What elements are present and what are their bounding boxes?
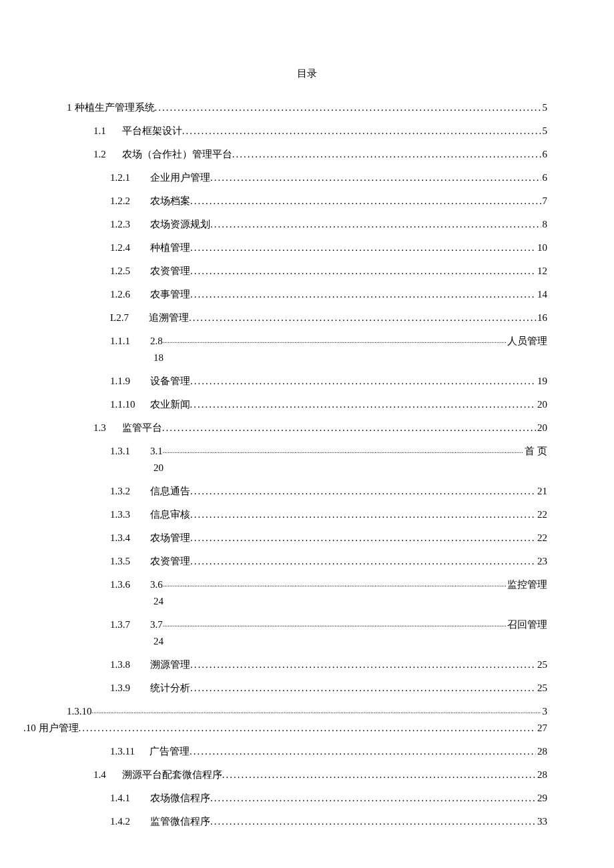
toc-entry-page: 6 — [541, 147, 548, 161]
toc-entry-page: 18 — [154, 351, 547, 365]
toc-entry: 1.2农场（合作社）管理平台6 — [93, 147, 547, 161]
toc-entry-number: 1.3.8 — [110, 658, 130, 672]
toc-leader-dots — [92, 707, 541, 716]
toc-leader-dots — [190, 194, 541, 208]
toc-entry-page: 21 — [536, 484, 547, 498]
toc-entry: 1.2.1企业用户管理6 — [110, 171, 547, 185]
toc-leader-dots — [190, 484, 536, 498]
toc-entry-label: 溯源管理 — [150, 658, 190, 672]
toc-entry-page: 22 — [536, 508, 547, 522]
toc-entry-label: 农场（合作社）管理平台 — [122, 147, 232, 161]
toc-entry: 1.1平台框架设计5 — [93, 124, 547, 138]
toc-entry-label: 3.6 — [150, 578, 163, 592]
toc-container: 1种植生产管理系统51.1平台框架设计51.2农场（合作社）管理平台61.2.1… — [67, 101, 547, 829]
toc-entry-label: 设备管理 — [150, 374, 190, 388]
toc-entry-label: 信息审核 — [150, 508, 190, 522]
toc-entry: 1.2.5农资管理12 — [110, 264, 547, 278]
toc-entry-label: 溯源平台配套微信程序 — [122, 768, 222, 782]
toc-entry-number: 1.4 — [93, 768, 106, 782]
toc-leader-dots — [190, 508, 536, 522]
toc-entry-label: 信息通告 — [150, 484, 190, 498]
toc-entry: 1.1.10农业新闻 20 — [110, 398, 547, 412]
toc-entry-page: 5 — [541, 101, 548, 115]
toc-leader-dots — [190, 681, 536, 695]
toc-entry-page: 25 — [536, 681, 547, 695]
toc-entry: 1.3.63.6监控管理24 — [110, 578, 547, 608]
toc-entry-number: 1.2.4 — [110, 241, 130, 255]
toc-entry-page: 8 — [541, 218, 548, 232]
toc-entry-label: 2.8 — [150, 334, 163, 348]
toc-entry-label: 农场管理 — [150, 531, 190, 545]
toc-entry-page: 23 — [536, 554, 547, 568]
toc-leader-dots — [162, 421, 536, 435]
toc-leader-dots — [155, 101, 541, 115]
toc-entry: 1.4.1农场微信程序29 — [110, 791, 547, 805]
toc-entry-label: 平台框架设计 — [122, 124, 182, 138]
toc-leader-dots — [210, 171, 541, 185]
toc-leader-dots — [163, 620, 506, 629]
toc-entry-number: 1.3.11 — [110, 745, 135, 759]
toc-entry-number: 1.3 — [93, 421, 106, 435]
toc-entry: 1.3.8溯源管理25 — [110, 658, 547, 672]
toc-entry-label: 种植管理 — [150, 241, 190, 255]
toc-entry-page: 20 — [536, 421, 547, 435]
toc-leader-dots — [163, 336, 506, 346]
toc-leader-dots — [190, 241, 536, 255]
toc-entry-page: 16 — [536, 311, 547, 325]
toc-entry: 1.3.73.7召回管理24 — [110, 618, 547, 648]
toc-entry-label: 农资管理 — [150, 554, 190, 568]
toc-entry-page: 24 — [154, 634, 547, 648]
toc-entry-number: 1.3.1 — [110, 444, 130, 458]
toc-entry-label: 企业用户管理 — [150, 171, 210, 185]
toc-entry-number: 1.3.9 — [110, 681, 130, 695]
toc-entry-page: 3 — [541, 705, 548, 719]
toc-entry-page: 27 — [536, 721, 547, 735]
toc-entry-page: 22 — [536, 531, 547, 545]
toc-entry: 1.4.2监管微信程序33 — [110, 815, 547, 829]
toc-entry-page: 14 — [536, 288, 547, 302]
toc-entry-page: 首 页 — [523, 444, 547, 458]
toc-entry: 1.2.6农事管理14 — [110, 288, 547, 302]
toc-entry-number: 1.2 — [93, 147, 106, 161]
toc-entry: 1.3.5农资管理23 — [110, 554, 547, 568]
toc-entry-label: 3.1 — [150, 444, 163, 458]
toc-leader-dots — [190, 288, 536, 302]
toc-entry-number: 1.2.2 — [110, 194, 130, 208]
toc-entry-page: 25 — [536, 658, 547, 672]
toc-leader-dots — [190, 554, 536, 568]
toc-entry: 1.3.103.10 用户管理 27 — [67, 705, 547, 735]
toc-entry-label: 农业新闻 — [150, 398, 190, 412]
toc-entry-number: 1.3.4 — [110, 531, 130, 545]
toc-entry: 1.1.9设备管理19 — [110, 374, 547, 388]
toc-entry-page: 7 — [541, 194, 548, 208]
toc-entry: 1.3监管平台20 — [93, 421, 547, 435]
toc-entry: 1.3.9统计分析25 — [110, 681, 547, 695]
toc-entry-number: 1.1 — [93, 124, 106, 138]
toc-entry-label: 监管平台 — [122, 421, 162, 435]
toc-entry-number: 1.1.10 — [110, 398, 135, 412]
toc-entry-label: 农场档案 — [150, 194, 190, 208]
toc-leader-dots — [190, 374, 536, 388]
toc-entry-page: 12 — [536, 264, 547, 278]
toc-entry-page: 19 — [536, 374, 547, 388]
toc-entry: 1.3.4农场管理22 — [110, 531, 547, 545]
toc-entry-page: 5 — [541, 124, 548, 138]
toc-entry-label: 农事管理 — [150, 288, 190, 302]
toc-entry-number: 1.3.2 — [110, 484, 130, 498]
toc-entry-label: 农场微信程序 — [150, 791, 210, 805]
toc-entry: 1.4溯源平台配套微信程序28 — [93, 768, 547, 782]
toc-entry-page: 29 — [536, 791, 547, 805]
toc-entry-number: 1.4.2 — [110, 815, 130, 829]
toc-entry-number: 1.2.5 — [110, 264, 130, 278]
toc-leader-dots — [210, 218, 541, 232]
toc-leader-dots — [210, 815, 536, 829]
toc-entry: 1.1.12.8人员管理18 — [110, 334, 547, 365]
toc-entry: 1.3.11广告管理 28 — [110, 745, 547, 759]
toc-entry-label: 3.7 — [150, 618, 163, 632]
toc-leader-dots — [163, 446, 524, 456]
toc-entry-page: 召回管理 — [506, 618, 547, 632]
toc-entry-number: 1.1.1 — [110, 334, 130, 348]
toc-leader-dots — [182, 124, 541, 138]
toc-entry: L2.7追溯管理16 — [110, 311, 547, 325]
toc-entry-number: 1.3.6 — [110, 578, 130, 592]
